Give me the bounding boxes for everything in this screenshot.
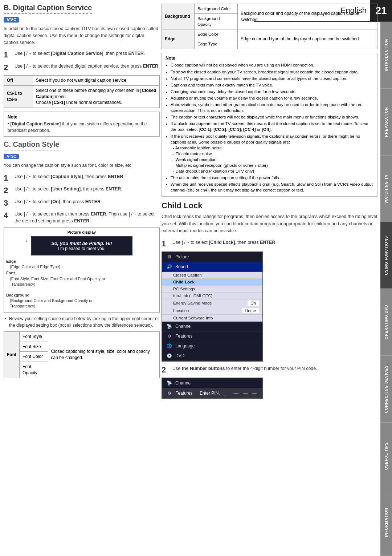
note-right: Note Closed caption will not be displaye… <box>162 53 377 197</box>
picture-display: Picture display ↓ So, you must be Philli… <box>4 227 160 313</box>
bg-desc: Background color and opacity of the disp… <box>237 4 377 29</box>
sidebar-tab-watching[interactable]: WATCHING TV <box>380 156 392 222</box>
edge-type-label: Edge Type <box>195 39 238 49</box>
list-item: Closed caption will not be displayed whe… <box>171 62 373 68</box>
note-b-text: • [Digital Caption Service] that you can… <box>8 121 156 134</box>
pin-channel-label: Channel <box>175 380 192 386</box>
picture-icon: 🖥 <box>166 254 172 260</box>
step-b1-text: Use | / ~ to select [Digital Caption Ser… <box>15 50 160 57</box>
step-c1: 1 Use | / ~ to select [Caption Style], t… <box>4 173 160 183</box>
sub-item-software-info: Current Software Info <box>162 315 262 322</box>
tv-line2: I m pleased to meet you. <box>35 246 128 251</box>
section-c-badge: ATSC <box>4 154 19 159</box>
font-desc: Closed captioning font style, size, colo… <box>48 331 159 378</box>
section-b-intro: In addition to the basic closed caption,… <box>4 25 160 46</box>
list-item: If a black box appears on the TV screen,… <box>171 121 373 132</box>
sub-label-closed-caption: Closed Caption <box>173 273 202 277</box>
table-label-cs: CS-1 to CS-6 <box>4 85 33 108</box>
step-c3-text: Use | / ~ to select [On], then press ENT… <box>15 198 160 205</box>
menu-item-channel-label: Channel <box>175 324 192 329</box>
sub-item-child-lock: Child Lock <box>162 279 262 286</box>
sub-item-funlink: fun-Link (HDMI CEC) <box>162 293 262 299</box>
sidebar-tab-preparation[interactable]: PREPARATION <box>380 89 392 156</box>
menu-screenshot: 🖥 Picture 🔊 Sound Closed Caption Child L… <box>162 251 263 362</box>
table-row: Background Background Color Background c… <box>162 4 377 14</box>
language-icon: 🌐 <box>166 343 172 349</box>
sub-label-energy-saving: Energy Saving Mode <box>173 301 212 305</box>
edge-desc: Edge color and type of the displayed cap… <box>237 29 377 49</box>
section-c: C. Caption Style ATSC You can change the… <box>4 140 160 378</box>
sub-item-pc-settings: PC Settings <box>162 286 262 293</box>
menu-item-dvd-label: DVD <box>175 353 184 358</box>
menu-item-channel: 📡 Channel <box>162 322 262 331</box>
sub-item-energy-saving: Energy Saving Mode On <box>162 299 262 307</box>
list-item: To show the closed caption on your TV sc… <box>171 69 373 75</box>
child-lock-title: Child Lock <box>162 201 377 210</box>
pin-enter-text: Enter PIN. <box>200 391 220 396</box>
list-item: Adjusting or muting the volume may delay… <box>171 95 373 101</box>
tv-line1: So, you must be Phillip. Hi! <box>35 241 128 246</box>
sidebar-tab-introduction[interactable]: INTRODUCTION <box>380 22 392 89</box>
sound-icon: 🔊 <box>166 263 172 270</box>
pin-dashes: _ — — — <box>224 390 259 396</box>
list-item: Abbreviations, symbols and other grammat… <box>171 102 373 113</box>
sub-menu: Closed Caption Child Lock PC Settings fu… <box>162 272 262 322</box>
font-opacity-label: Font Opacity <box>20 362 48 378</box>
menu-item-sound-group: 🔊 Sound Closed Caption Child Lock PC Set… <box>162 262 262 322</box>
list-item: If the unit receives poor quality televi… <box>171 133 373 174</box>
diagram-font-label: Font(Font Style, Font Size, Font Color a… <box>6 270 157 287</box>
sub-value-energy-saving: On <box>248 301 259 306</box>
step-b2-text: Use | / ~ to select the desired digital … <box>15 63 160 70</box>
sidebar-tab-information[interactable]: INFORMATION <box>380 489 392 556</box>
table-desc-cs: Select one of these before changing any … <box>33 85 160 108</box>
child-lock-text: Child lock reads the ratings for program… <box>162 213 377 234</box>
step-c2: 2 Use | / ~ to select [User Setting], th… <box>4 186 160 195</box>
pin-channel-icon: 📡 <box>166 380 172 386</box>
step-cl1-text: Use | / ~ to select [Child Lock], then p… <box>172 239 377 246</box>
tv-screen: So, you must be Phillip. Hi! I m pleased… <box>31 236 132 255</box>
menu-item-features: ⚙ Features <box>162 331 262 341</box>
features-icon: ⚙ <box>166 333 172 339</box>
sub-item-location: Location Home <box>162 307 262 315</box>
sub-label-funlink: fun-Link (HDMI CEC) <box>173 294 213 298</box>
step-b1: 1 Use | / ~ to select [Digital Caption S… <box>4 50 160 60</box>
menu-item-language: 🌐 Language <box>162 341 262 351</box>
list-item: The unit retains the closed caption sett… <box>171 175 373 181</box>
section-b-note: Note • [Digital Caption Service] that yo… <box>4 112 160 137</box>
note-b-title: Note <box>8 114 156 120</box>
sidebar-tab-useful[interactable]: USEFUL TIPS <box>380 423 392 489</box>
bg-color-label: Background Color <box>195 4 238 14</box>
sidebar-tab-using[interactable]: USING FUNCTIONS <box>380 222 392 289</box>
diagram-edge-label: Edge(Edge Color and Edge Type) <box>6 259 157 270</box>
step-c2-text: Use | / ~ to select [User Setting], then… <box>15 186 160 193</box>
font-main-label: Font <box>4 331 20 378</box>
table-row: Off Select if you do not want digital ca… <box>4 76 160 86</box>
sidebar-tab-connecting[interactable]: CONNECTING DEVICES <box>380 356 392 423</box>
step-c1-num: 1 <box>4 173 12 183</box>
menu-item-picture: 🖥 Picture <box>162 252 262 262</box>
step-c3: 3 Use | / ~ to select [On], then press E… <box>4 198 160 208</box>
step-cl2: 2 Use the Number buttons to enter the 4-… <box>162 365 377 375</box>
pin-enter-label: Features <box>175 391 192 396</box>
section-b-table: Off Select if you do not want digital ca… <box>4 75 160 108</box>
font-table: Font Font Style Closed captioning font s… <box>4 331 160 378</box>
diagram-labels: Edge(Edge Color and Edge Type) Font(Font… <box>6 259 157 309</box>
sub-item-closed-caption: Closed Caption <box>162 272 262 279</box>
step-c4-text: Use | / ~ to select an item, then press … <box>15 211 160 225</box>
step-b1-num: 1 <box>4 50 12 60</box>
pin-menu-channel: 📡 Channel <box>162 378 262 388</box>
step-c4-num: 4 <box>4 211 12 220</box>
list-item: Changing channels may delay the closed c… <box>171 89 373 94</box>
picture-display-title: Picture display <box>6 230 157 234</box>
sidebar-tab-dvd[interactable]: OPERATING DVD <box>380 289 392 356</box>
step-c4: 4 Use | / ~ to select an item, then pres… <box>4 211 160 225</box>
font-style-label: Font Style <box>20 331 48 342</box>
sub-label-software-info: Current Software Info <box>173 316 213 320</box>
step-cl2-num: 2 <box>162 365 170 375</box>
child-lock-section: Child Lock Child lock reads the ratings … <box>162 201 377 399</box>
pin-features-icon: ⚙ <box>166 390 172 396</box>
left-column: B. Digital Caption Service ATSC In addit… <box>4 4 160 378</box>
bg-opacity-label: Background Opacity <box>195 14 238 29</box>
review-bullet: Review your setting choice made below by… <box>4 315 160 329</box>
pin-box: 📡 Channel ⚙ Features Enter PIN. _ — — — <box>162 378 263 399</box>
